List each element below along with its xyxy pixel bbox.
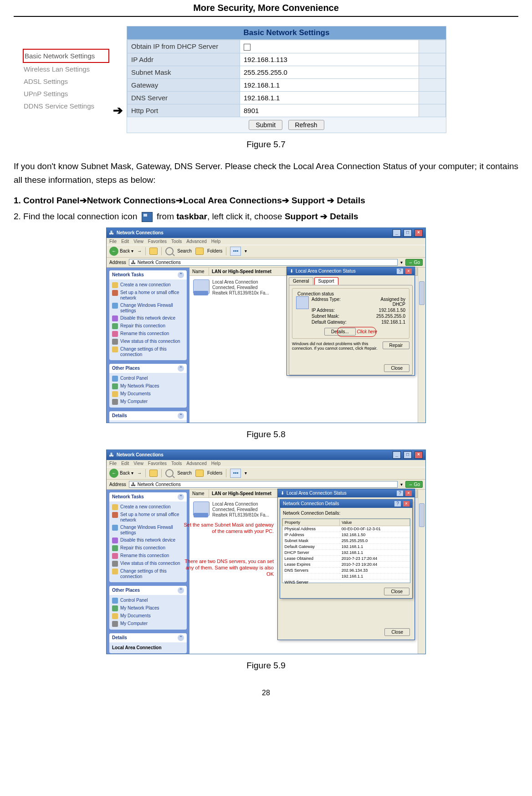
lbl-dhcp: Obtain IP from DHCP Server bbox=[128, 40, 240, 53]
details-titlebar[interactable]: Network Connection Details?× bbox=[280, 500, 412, 508]
refresh-button[interactable]: Refresh bbox=[288, 120, 324, 130]
details-close-btn[interactable]: Close bbox=[384, 588, 409, 595]
other-places-list: Control Panel My Network Places My Docum… bbox=[109, 373, 187, 408]
step-2: 2. Find the local connection icon from t… bbox=[14, 211, 518, 222]
nav-upnp[interactable]: UPnP Settings bbox=[23, 88, 109, 100]
step-1: 1. Control Panel➔Network Connections➔Loc… bbox=[14, 195, 518, 206]
details-dialog: Network Connection Details?× Network Con… bbox=[280, 499, 413, 599]
basic-network-panel: Basic Network Settings Obtain IP from DH… bbox=[127, 26, 446, 133]
chevron-icon[interactable]: ⌃ bbox=[178, 635, 184, 641]
back-button[interactable]: ←Back ▾ bbox=[109, 247, 133, 256]
val-gateway[interactable]: 192.168.1.1 bbox=[240, 78, 419, 91]
annotation-1: Set the same Subnet Mask and gateway of … bbox=[183, 522, 274, 534]
connection-icon bbox=[193, 279, 210, 294]
paragraph-1: If you don't know Subnet Mask, Gateway, … bbox=[14, 160, 518, 187]
figure-5-9-caption: Figure 5.9 bbox=[14, 661, 518, 671]
status-close-btn[interactable]: Close bbox=[384, 628, 410, 636]
lbl-port: Http Port bbox=[128, 104, 240, 117]
scrollbar[interactable] bbox=[418, 490, 425, 654]
view-button[interactable] bbox=[230, 247, 241, 256]
connection-item[interactable]: Local Area ConnectionConnected, Firewall… bbox=[189, 498, 288, 522]
settings-side-nav: Basic Network Settings Wireless Lan Sett… bbox=[23, 49, 109, 112]
window-titlebar[interactable]: 🖧 Network Connections _ □ × bbox=[107, 228, 425, 238]
toolbar: ←Back ▾ → Search Folders ▾ bbox=[107, 245, 425, 258]
page-number: 28 bbox=[14, 689, 518, 697]
figure-5-8-caption: Figure 5.8 bbox=[14, 429, 518, 439]
tab-general[interactable]: General bbox=[289, 277, 313, 285]
address-bar: Address 🖧Network Connections ▾ → Go bbox=[107, 258, 425, 268]
network-tasks-list: Create a new connection Set up a home or… bbox=[109, 279, 187, 360]
go-button[interactable]: → Go bbox=[405, 481, 423, 488]
minimize-button[interactable]: _ bbox=[393, 229, 401, 237]
figure-5-7-caption: Figure 5.7 bbox=[14, 140, 518, 150]
panel-title: Basic Network Settings bbox=[127, 26, 446, 40]
chevron-icon[interactable]: ⌃ bbox=[178, 494, 184, 500]
side-panel: Network Tasks⌃ Create a new connection S… bbox=[107, 268, 189, 423]
folders-icon[interactable] bbox=[195, 248, 204, 255]
minimize-button[interactable]: _ bbox=[393, 451, 401, 459]
main-area: NameLAN or High-Speed Internet Local Are… bbox=[189, 490, 418, 654]
nav-adsl[interactable]: ADSL Settings bbox=[23, 75, 109, 88]
search-icon[interactable] bbox=[165, 247, 174, 255]
maximize-button[interactable]: □ bbox=[404, 229, 412, 237]
chevron-icon[interactable]: ⌃ bbox=[178, 365, 184, 372]
forward-button[interactable]: → bbox=[137, 248, 142, 253]
page-header: More Security, More Convenience bbox=[14, 0, 518, 17]
status-dialog: ⬇Local Area Connection Status?× General … bbox=[286, 267, 415, 376]
submit-button[interactable]: Submit bbox=[249, 120, 282, 130]
annotation-2: There are two DNS servers, you can set a… bbox=[183, 558, 274, 577]
nav-wireless[interactable]: Wireless Lan Settings bbox=[23, 63, 109, 75]
taskbar-connection-icon bbox=[142, 212, 153, 222]
menubar[interactable]: FileEditViewFavoritesToolsAdvancedHelp bbox=[107, 238, 425, 245]
maximize-button[interactable]: □ bbox=[404, 451, 412, 459]
lbl-ip: IP Addr bbox=[128, 53, 240, 66]
close-button[interactable]: × bbox=[414, 229, 423, 237]
dialog-close-button[interactable]: × bbox=[405, 269, 412, 274]
chevron-icon[interactable]: ⌃ bbox=[178, 587, 184, 594]
window-icon: 🖧 bbox=[109, 452, 114, 457]
dhcp-checkbox[interactable] bbox=[244, 44, 251, 51]
up-icon[interactable] bbox=[149, 248, 158, 255]
lbl-dns: DNS Server bbox=[128, 91, 240, 104]
nav-ddns[interactable]: DDNS Service Settings bbox=[23, 100, 109, 112]
lbl-gateway: Gateway bbox=[128, 78, 240, 91]
window-titlebar[interactable]: 🖧 Network Connections _ □ × bbox=[107, 450, 425, 460]
address-field[interactable]: 🖧Network Connections bbox=[129, 481, 398, 488]
close-button[interactable]: × bbox=[414, 451, 423, 459]
scrollbar[interactable] bbox=[418, 268, 425, 423]
back-button[interactable]: ←Back ▾ bbox=[109, 469, 133, 478]
window-title: Network Connections bbox=[117, 230, 164, 235]
address-field[interactable]: 🖧Network Connections bbox=[129, 259, 398, 266]
lbl-subnet: Subnet Mask bbox=[128, 66, 240, 78]
tab-support[interactable]: Support bbox=[314, 277, 338, 285]
side-panel: Network Tasks⌃ Create a new connection S… bbox=[107, 490, 189, 654]
nav-basic-network[interactable]: Basic Network Settings bbox=[23, 49, 109, 63]
toolbar: ←Back ▾ → Search Folders ▾ bbox=[107, 467, 425, 480]
search-icon[interactable] bbox=[165, 469, 174, 477]
help-icon[interactable]: ? bbox=[397, 269, 403, 274]
details-close-button[interactable]: × bbox=[403, 501, 409, 507]
val-dns[interactable]: 192.168.1.1 bbox=[240, 91, 419, 104]
status-icon bbox=[296, 296, 309, 309]
dialog-titlebar[interactable]: ⬇Local Area Connection Status?× bbox=[287, 267, 414, 275]
menubar[interactable]: FileEditViewFavoritesToolsAdvancedHelp bbox=[107, 460, 425, 467]
connection-icon bbox=[193, 501, 210, 516]
go-button[interactable]: → Go bbox=[405, 259, 423, 266]
val-ip[interactable]: 192.168.1.113 bbox=[240, 53, 419, 66]
view-button[interactable] bbox=[230, 469, 241, 478]
close-button-dlg[interactable]: Close bbox=[384, 364, 409, 372]
help-icon[interactable]: ? bbox=[394, 501, 401, 507]
details-table: PropertyValue Physical Address00-E0-D0-0… bbox=[282, 518, 410, 583]
main-area: NameLAN or High-Speed Internet Local Are… bbox=[189, 268, 418, 423]
val-port[interactable]: 8901 bbox=[240, 104, 419, 117]
chevron-icon[interactable]: ⌃ bbox=[178, 413, 184, 419]
chevron-icon[interactable]: ⌃ bbox=[178, 272, 184, 278]
up-icon[interactable] bbox=[149, 470, 158, 477]
arrow-icon: ➔ bbox=[113, 103, 123, 118]
folders-icon[interactable] bbox=[195, 470, 204, 477]
fig-5-9-window: 🖧 Network Connections _ □ × FileEditView… bbox=[106, 450, 426, 654]
repair-button[interactable]: Repair bbox=[383, 341, 409, 349]
val-subnet[interactable]: 255.255.255.0 bbox=[240, 66, 419, 78]
forward-button[interactable]: → bbox=[137, 470, 142, 476]
connection-item[interactable]: Local Area ConnectionConnected, Firewall… bbox=[189, 276, 288, 300]
